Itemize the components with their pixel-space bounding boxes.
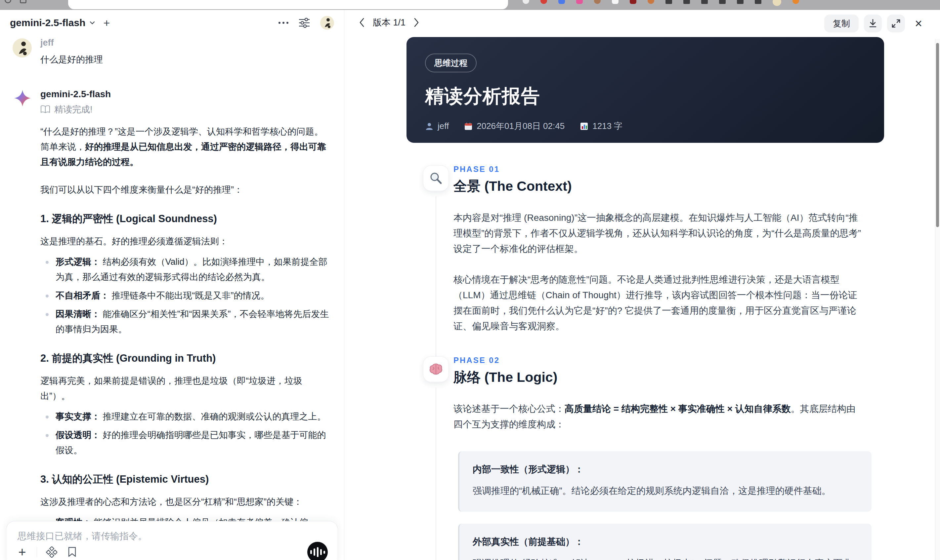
phase-title: 全景 (The Context)	[453, 177, 884, 195]
assistant-message: gemini-2.5-flash 精读完成! “什么是好的推理？”这是一个涉及逻…	[12, 89, 331, 560]
expand-icon	[891, 19, 901, 28]
browser-extension-icon[interactable]	[755, 0, 761, 4]
download-icon	[869, 19, 877, 28]
brain-icon	[423, 356, 449, 382]
download-button[interactable]	[864, 15, 882, 32]
status-text: 精读完成!	[54, 103, 92, 115]
book-icon	[40, 105, 50, 114]
version-navigator: 版本 1/1	[357, 17, 421, 28]
phase-section: PHASE 02 脉络 (The Logic) 该论述基于一个核心公式：高质量结…	[407, 356, 884, 560]
section-heading: 2. 前提的真实性 (Grounding in Truth)	[40, 351, 331, 365]
avatar-figure-icon	[12, 38, 32, 57]
browser-extension-icon[interactable]	[701, 0, 708, 4]
browser-extension-icon[interactable]	[522, 0, 529, 4]
card-text: 强调推理的“机械正确”。结论必须在给定的规则系统内逻辑自洽，这是推理的硬件基础。	[473, 483, 858, 498]
message-text: 什么是好的推理	[40, 52, 331, 67]
timeline-connector	[436, 196, 436, 360]
card-text: 强调推理的“经验校准”。解决“GIGO（垃圾进，垃圾出）”问题，确保推理引擎运行…	[473, 555, 858, 560]
voice-input-button[interactable]	[307, 542, 328, 560]
status-line: 精读完成!	[40, 103, 331, 115]
report-type-badge: 思维过程	[425, 54, 477, 72]
bullet-marker	[46, 261, 49, 264]
app-window: gemini-2.5-flash +	[0, 0, 940, 560]
copy-button[interactable]: 复制	[824, 15, 858, 32]
browser-extension-icon[interactable]	[666, 0, 672, 4]
browser-chrome	[0, 0, 940, 10]
new-chat-button[interactable]: +	[103, 17, 110, 28]
phase-title: 脉络 (The Logic)	[453, 368, 884, 386]
sparkle-tools-button[interactable]	[46, 546, 57, 558]
calendar-icon	[464, 122, 473, 131]
fullscreen-button[interactable]	[887, 15, 905, 32]
meta-word-count: 1213 字	[580, 120, 623, 132]
user-icon	[425, 122, 434, 131]
close-button[interactable]: ×	[910, 15, 927, 32]
dimension-cards: 内部一致性（形式逻辑）： 强调推理的“机械正确”。结论必须在给定的规则系统内逻辑…	[458, 451, 884, 560]
chat-message-list: jeff 什么是好的推理 gemini-2.5-f	[0, 36, 344, 560]
section-heading: 1. 逻辑的严密性 (Logical Soundness)	[40, 212, 331, 226]
report-meta: jeff 2026年01月08日 02:45	[425, 120, 866, 132]
model-switcher[interactable]: gemini-2.5-flash	[10, 17, 95, 28]
bullet-marker	[46, 415, 49, 418]
browser-extension-icon[interactable]	[737, 0, 744, 4]
report-toolbar: 版本 1/1 复制	[344, 10, 940, 38]
dimension-card: 内部一致性（形式逻辑）： 强调推理的“机械正确”。结论必须在给定的规则系统内逻辑…	[458, 451, 872, 512]
scrollbar-thumb[interactable]	[936, 43, 939, 227]
list-item: 不自相矛盾： 推理链条中不能出现“既是又非”的情况。	[40, 288, 331, 303]
chat-input[interactable]: 思维接口已就绪，请传输指令。	[17, 530, 327, 543]
chat-composer: 思维接口已就绪，请传输指令。 +	[6, 521, 338, 560]
assistant-paragraph: 我们可以从以下四个维度来衡量什么是“好的推理”：	[40, 182, 331, 197]
browser-profile-avatar[interactable]	[773, 0, 781, 6]
user-message: jeff 什么是好的推理	[12, 38, 331, 67]
chevron-right-icon[interactable]	[411, 17, 421, 28]
settings-sliders-icon[interactable]	[298, 17, 310, 28]
section-intro: 这涉及推理者的心态和方法论，也是区分“杠精”和“思想家”的关键：	[40, 494, 331, 509]
browser-extension-icon[interactable]	[558, 0, 565, 4]
browser-extension-icon[interactable]	[647, 0, 654, 4]
model-name: gemini-2.5-flash	[10, 17, 85, 28]
card-title: 外部真实性（前提基础）：	[473, 535, 858, 548]
chat-header: gemini-2.5-flash +	[0, 10, 344, 36]
meta-author: jeff	[425, 121, 449, 131]
assistant-paragraph: “什么是好的推理？”这是一个涉及逻辑学、认知科学和哲学核心的问题。简单来说，好的…	[40, 124, 331, 169]
dimension-card: 外部真实性（前提基础）： 强调推理的“经验校准”。解决“GIGO（垃圾进，垃圾出…	[458, 524, 872, 560]
browser-reload-icon[interactable]	[5, 0, 11, 3]
phase-label: PHASE 02	[453, 356, 884, 365]
browser-extension-icon[interactable]	[541, 0, 547, 4]
more-options-icon[interactable]	[279, 22, 288, 24]
browser-extension-icon[interactable]	[576, 0, 583, 4]
phase-section: PHASE 01 全景 (The Context) 本内容是对“推理 (Reas…	[407, 165, 884, 334]
report-actions: 复制	[824, 15, 927, 32]
message-author: jeff	[40, 38, 331, 48]
list-item: 形式逻辑： 结构必须有效（Valid）。比如演绎推理中，如果前提全部为真，那么通…	[40, 254, 331, 285]
card-title: 内部一致性（形式逻辑）：	[473, 463, 858, 476]
browser-tabs-icon[interactable]	[20, 0, 26, 3]
phase-label: PHASE 01	[453, 165, 884, 174]
report-hero-card: 思维过程 精读分析报告 jeff	[407, 37, 884, 143]
bookmark-button[interactable]	[66, 546, 78, 558]
message-author: gemini-2.5-flash	[40, 89, 331, 100]
browser-extension-icon[interactable]	[612, 0, 618, 4]
report-document: 思维过程 精读分析报告 jeff	[407, 37, 884, 560]
list-item: 事实支撑： 推理建立在可靠的数据、准确的观测或公认的真理之上。	[40, 409, 331, 424]
browser-address-bar[interactable]	[68, 0, 508, 9]
bullet-list: 事实支撑： 推理建立在可靠的数据、准确的观测或公认的真理之上。 假设透明： 好的…	[40, 409, 331, 458]
section-intro: 这是推理的基石。好的推理必须遵循逻辑法则：	[40, 234, 331, 249]
browser-extension-icon[interactable]	[719, 0, 726, 4]
browser-extension-icon[interactable]	[594, 0, 601, 4]
phase-paragraph: 本内容是对“推理 (Reasoning)”这一抽象概念的高层建模。在知识爆炸与人…	[453, 210, 864, 257]
browser-extension-icon[interactable]	[792, 0, 799, 4]
timeline-connector	[436, 388, 436, 560]
user-avatar	[12, 38, 32, 57]
bullet-list: 形式逻辑： 结构必须有效（Valid）。比如演绎推理中，如果前提全部为真，那么通…	[40, 254, 331, 337]
report-panel: 版本 1/1 复制	[344, 10, 940, 560]
browser-extension-icon[interactable]	[683, 0, 690, 4]
browser-extension-icon[interactable]	[630, 0, 636, 4]
composer-toolbar: +	[16, 542, 328, 560]
phase-paragraph: 该论述基于一个核心公式：高质量结论 = 结构完整性 × 事实准确性 × 认知自律…	[453, 401, 864, 432]
user-avatar[interactable]	[320, 16, 334, 30]
version-label: 版本 1/1	[373, 17, 405, 28]
section-heading: 3. 认知的公正性 (Epistemic Virtues)	[40, 472, 331, 486]
chevron-left-icon[interactable]	[357, 17, 367, 28]
attach-plus-button[interactable]: +	[16, 546, 28, 558]
